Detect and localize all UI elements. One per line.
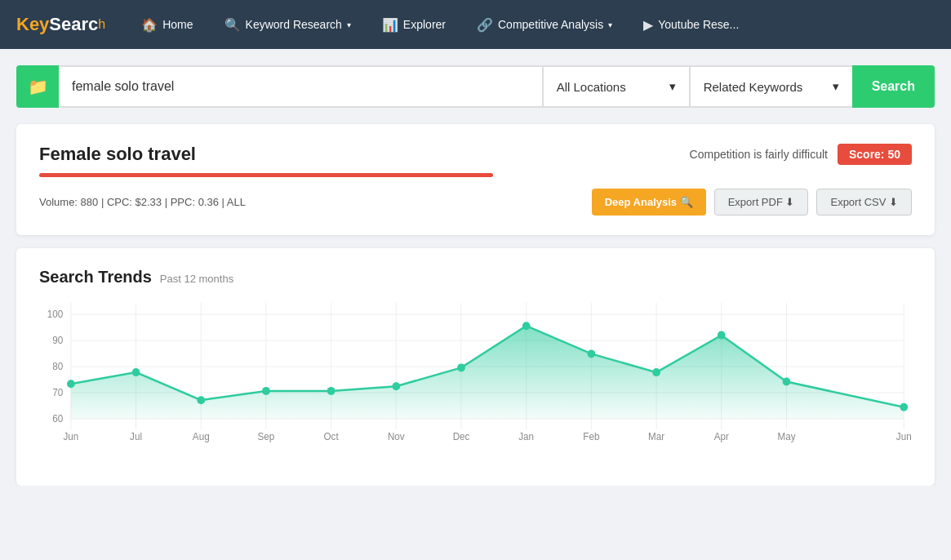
svg-text:Dec: Dec	[453, 431, 470, 442]
chart-container: 100 90 80 70 60	[39, 303, 912, 466]
export-csv-button[interactable]: Export CSV ⬇	[816, 189, 912, 216]
svg-text:Sep: Sep	[258, 431, 275, 442]
search-button-label: Search	[872, 79, 915, 93]
nav-explorer-label: Explorer	[403, 18, 446, 31]
action-buttons: Deep Analysis 🔍 Export PDF ⬇ Export CSV …	[592, 189, 912, 216]
chevron-down-icon-2: ▾	[608, 20, 612, 29]
chart-point	[197, 396, 205, 404]
location-chevron-icon: ▾	[669, 79, 676, 94]
folder-icon: 📁	[28, 77, 48, 96]
stats-actions: Volume: 880 | CPC: $2.33 | PPC: 0.36 | A…	[39, 189, 912, 216]
youtube-icon: ▶	[643, 17, 653, 33]
difficulty-bar-container	[39, 173, 912, 177]
location-dropdown[interactable]: All Locations ▾	[542, 65, 689, 108]
chart-point	[783, 378, 791, 386]
svg-text:Oct: Oct	[324, 431, 340, 442]
svg-text:Nov: Nov	[388, 431, 405, 442]
keyword-type-dropdown[interactable]: Related Keywords ▾	[689, 65, 852, 108]
svg-text:100: 100	[47, 309, 64, 320]
logo-o: h	[98, 17, 105, 32]
svg-text:Apr: Apr	[714, 431, 729, 442]
logo-key: Key	[16, 14, 49, 35]
chart-point	[262, 387, 270, 395]
logo-search-text: Searc	[49, 14, 98, 35]
result-header: Female solo travel Competition is fairly…	[39, 144, 912, 165]
nav-keyword-research[interactable]: 🔍 Keyword Research ▾	[213, 12, 362, 38]
chart-point	[522, 322, 531, 330]
svg-text:Mar: Mar	[648, 431, 664, 442]
svg-text:Aug: Aug	[193, 431, 210, 442]
chart-point	[67, 380, 75, 388]
export-pdf-button[interactable]: Export PDF ⬇	[714, 189, 809, 216]
nav-competitive-analysis[interactable]: 🔗 Competitive Analysis ▾	[465, 12, 624, 38]
chart-point	[392, 382, 400, 390]
svg-text:80: 80	[52, 361, 63, 372]
search-button[interactable]: Search	[852, 65, 935, 108]
keyword-type-chevron-icon: ▾	[833, 79, 839, 94]
chart-point	[718, 331, 726, 340]
nav-youtube-label: Youtube Rese...	[658, 18, 739, 31]
search-nav-icon: 🔍	[224, 17, 241, 33]
nav-competitive-label: Competitive Analysis	[498, 18, 603, 31]
search-area: 📁 All Locations ▾ Related Keywords ▾ Sea…	[0, 49, 951, 124]
svg-text:Jan: Jan	[518, 431, 534, 442]
svg-text:Jun: Jun	[63, 431, 78, 442]
stats-text: Volume: 880 | CPC: $2.33 | PPC: 0.36 | A…	[39, 196, 246, 208]
difficulty-bar	[39, 173, 493, 177]
nav-home[interactable]: 🏠 Home	[130, 12, 204, 38]
nav-keyword-label: Keyword Research	[246, 18, 342, 31]
trends-title: Search Trends	[39, 268, 152, 287]
logo: KeySearch	[16, 14, 105, 35]
score-badge: Score: 50	[838, 144, 912, 165]
search-input[interactable]	[59, 65, 542, 108]
competition-text: Competition is fairly difficult	[690, 148, 828, 161]
bar-chart-icon: 📊	[382, 17, 398, 33]
svg-text:60: 60	[52, 413, 63, 424]
competition-area: Competition is fairly difficult Score: 5…	[690, 144, 912, 165]
svg-text:Feb: Feb	[583, 431, 600, 442]
keyword-type-label: Related Keywords	[704, 80, 803, 94]
trends-card: Search Trends Past 12 months 100 90 80 7…	[16, 248, 935, 486]
keyword-title: Female solo travel	[39, 144, 196, 165]
svg-text:90: 90	[52, 335, 63, 346]
chevron-down-icon: ▾	[347, 20, 351, 29]
chart-point	[327, 387, 336, 395]
nav-explorer[interactable]: 📊 Explorer	[371, 12, 457, 38]
location-label: All Locations	[557, 80, 626, 94]
chart-point	[132, 368, 140, 376]
deep-analysis-button[interactable]: Deep Analysis 🔍	[592, 189, 706, 216]
link-icon: 🔗	[477, 17, 493, 33]
deep-analysis-label: Deep Analysis 🔍	[605, 196, 693, 208]
export-pdf-label: Export PDF ⬇	[728, 196, 795, 208]
result-card: Female solo travel Competition is fairly…	[16, 124, 935, 235]
home-icon: 🏠	[141, 17, 158, 33]
export-csv-label: Export CSV ⬇	[830, 196, 898, 208]
svg-text:70: 70	[52, 387, 63, 398]
nav-youtube[interactable]: ▶ Youtube Rese...	[632, 12, 750, 38]
chart-area	[71, 326, 904, 419]
nav-home-label: Home	[162, 18, 193, 31]
svg-text:Jul: Jul	[130, 431, 142, 442]
folder-button[interactable]: 📁	[16, 65, 59, 108]
trends-subtitle: Past 12 months	[160, 273, 233, 285]
trends-chart: 100 90 80 70 60	[39, 303, 912, 466]
trends-header: Search Trends Past 12 months	[39, 268, 912, 287]
chart-point	[900, 403, 908, 411]
svg-text:May: May	[777, 431, 795, 442]
chart-point	[588, 349, 596, 358]
chart-point	[652, 368, 660, 376]
navbar: KeySearch 🏠 Home 🔍 Keyword Research ▾ 📊 …	[0, 0, 951, 49]
svg-text:Jun: Jun	[896, 431, 912, 442]
chart-point	[457, 363, 465, 371]
